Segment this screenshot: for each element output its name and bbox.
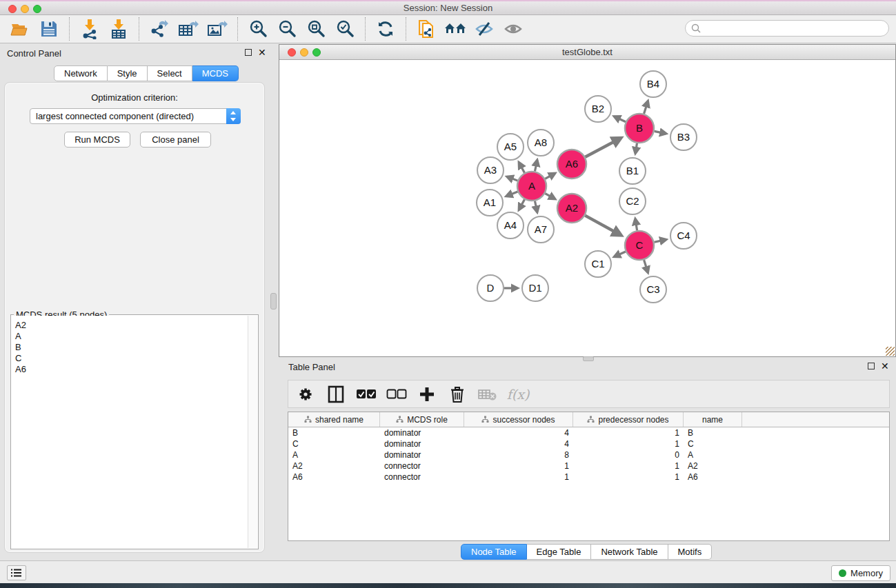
hide-panel-icon[interactable]	[472, 18, 496, 40]
mcds-result-item[interactable]: A	[15, 331, 248, 342]
graph-node-A1[interactable]: A1	[477, 190, 503, 216]
clone-network-icon[interactable]	[415, 18, 438, 40]
graph-edge-C-C1[interactable]	[615, 252, 626, 256]
table-row[interactable]: A6connector11A6	[288, 472, 889, 483]
network-window-titlebar[interactable]: testGlobe.txt	[279, 45, 895, 60]
column-header-successor-nodes[interactable]: successor nodes	[464, 412, 573, 427]
import-network-icon[interactable]	[78, 18, 101, 40]
zoom-out-icon[interactable]	[275, 18, 299, 40]
graph-node-A5[interactable]: A5	[497, 134, 524, 160]
network-canvas[interactable]: AA1A2A3A4A5A6A7A8BB1B2B3B4CC1C2C3C4DD1	[279, 61, 895, 356]
tab-style[interactable]: Style	[108, 65, 148, 81]
graph-edge-A6-B[interactable]	[585, 138, 620, 156]
vertical-splitter-handle[interactable]	[270, 293, 277, 310]
network-zoom-button[interactable]	[312, 48, 321, 57]
criterion-dropdown[interactable]: largest connected component (directed)	[30, 108, 241, 124]
tab-network[interactable]: Network	[54, 65, 108, 81]
graph-node-B[interactable]: B	[625, 114, 654, 143]
tab-edge-table[interactable]: Edge Table	[527, 544, 592, 560]
mcds-list-scrollbar[interactable]	[248, 316, 257, 548]
close-panel-icon[interactable]: ✕	[258, 49, 266, 56]
column-header-MCDS-role[interactable]: MCDS role	[380, 412, 464, 427]
graph-node-A3[interactable]: A3	[477, 157, 504, 183]
zoom-window-button[interactable]	[33, 5, 41, 13]
close-window-button[interactable]	[8, 5, 17, 13]
graph-node-D[interactable]: D	[477, 275, 504, 301]
node-table[interactable]: shared nameMCDS rolesuccessor nodesprede…	[288, 412, 890, 541]
tab-select[interactable]: Select	[148, 65, 192, 81]
run-mcds-button[interactable]: Run MCDS	[64, 132, 130, 148]
export-table-icon[interactable]	[177, 18, 200, 40]
float-table-panel-icon[interactable]	[868, 363, 875, 369]
export-network-icon[interactable]	[148, 18, 171, 40]
delete-icon[interactable]	[447, 383, 468, 405]
add-column-icon[interactable]	[417, 383, 437, 405]
graph-node-A7[interactable]: A7	[528, 216, 554, 243]
zoom-selected-icon[interactable]	[333, 18, 357, 40]
horizontal-splitter-handle[interactable]	[583, 356, 594, 361]
graph-edge-A-A1[interactable]	[506, 192, 517, 196]
graph-node-D1[interactable]: D1	[522, 275, 548, 301]
memory-button[interactable]: Memory	[831, 565, 890, 581]
mcds-result-item[interactable]: A6	[15, 364, 248, 375]
graph-node-A[interactable]: A	[517, 172, 546, 201]
search-input[interactable]	[685, 20, 889, 37]
graph-edge-A-A7[interactable]	[535, 201, 537, 212]
column-header-predecessor-nodes[interactable]: predecessor nodes	[573, 412, 684, 427]
network-graph[interactable]: AA1A2A3A4A5A6A7A8BB1B2B3B4CC1C2C3C4DD1	[279, 61, 895, 357]
graph-edge-C-C2[interactable]	[635, 219, 637, 231]
tab-network-table[interactable]: Network Table	[591, 544, 668, 560]
home-layout-icon[interactable]	[444, 18, 467, 40]
mcds-result-item[interactable]: A2	[15, 320, 248, 331]
mcds-result-item[interactable]: C	[15, 353, 248, 364]
graph-node-C3[interactable]: C3	[640, 276, 666, 303]
network-close-button[interactable]	[288, 48, 296, 57]
table-row[interactable]: Bdominator41B	[288, 427, 889, 438]
graph-node-A4[interactable]: A4	[497, 212, 524, 239]
task-history-button[interactable]	[7, 565, 26, 580]
graph-edge-A-A5[interactable]	[519, 163, 524, 173]
column-header-shared-name[interactable]: shared name	[288, 412, 380, 427]
mcds-result-list[interactable]: A2ABCA6	[12, 316, 248, 548]
import-table-icon[interactable]	[107, 18, 130, 40]
table-row[interactable]: Adominator80A	[288, 449, 889, 460]
network-minimize-button[interactable]	[300, 48, 308, 57]
graph-node-C1[interactable]: C1	[585, 251, 611, 277]
graph-edge-A-A3[interactable]	[507, 176, 517, 181]
window-resize-grip[interactable]	[886, 347, 895, 356]
graph-edge-C-C4[interactable]	[654, 240, 666, 243]
graph-node-B1[interactable]: B1	[619, 158, 646, 184]
graph-node-A8[interactable]: A8	[528, 130, 554, 156]
graph-node-A6[interactable]: A6	[557, 150, 586, 179]
graph-edge-A-A4[interactable]	[519, 199, 524, 210]
graph-node-C[interactable]: C	[625, 231, 654, 260]
close-panel-button[interactable]: Close panel	[140, 132, 211, 148]
select-all-icon[interactable]	[356, 383, 377, 405]
close-table-panel-icon[interactable]: ✕	[881, 363, 889, 369]
graph-edge-B-B3[interactable]	[655, 131, 666, 133]
zoom-fit-icon[interactable]	[304, 18, 328, 40]
graph-node-A2[interactable]: A2	[557, 194, 586, 223]
save-session-icon[interactable]	[37, 18, 61, 40]
graph-node-B2[interactable]: B2	[585, 96, 611, 122]
table-row[interactable]: Cdominator41C	[288, 438, 889, 449]
graph-edge-B-B2[interactable]	[615, 116, 626, 122]
graph-node-C2[interactable]: C2	[619, 188, 646, 214]
float-panel-icon[interactable]	[245, 49, 252, 56]
graph-node-B3[interactable]: B3	[670, 124, 697, 150]
graph-node-B4[interactable]: B4	[640, 71, 666, 97]
gear-icon[interactable]	[295, 383, 316, 405]
graph-edge-C-C3[interactable]	[644, 260, 648, 272]
show-panel-icon[interactable]	[501, 18, 525, 40]
mcds-result-item[interactable]: B	[15, 342, 248, 353]
graph-edge-B-B1[interactable]	[635, 143, 637, 154]
tab-motifs[interactable]: Motifs	[668, 544, 713, 560]
open-file-icon[interactable]	[8, 18, 32, 40]
zoom-in-icon[interactable]	[246, 18, 270, 40]
deselect-all-icon[interactable]	[386, 383, 407, 405]
delete-table-icon[interactable]	[477, 383, 498, 405]
tab-node-table[interactable]: Node Table	[461, 544, 527, 560]
graph-node-C4[interactable]: C4	[670, 223, 697, 249]
export-image-icon[interactable]	[206, 18, 229, 40]
graph-edge-A-A2[interactable]	[545, 194, 555, 199]
